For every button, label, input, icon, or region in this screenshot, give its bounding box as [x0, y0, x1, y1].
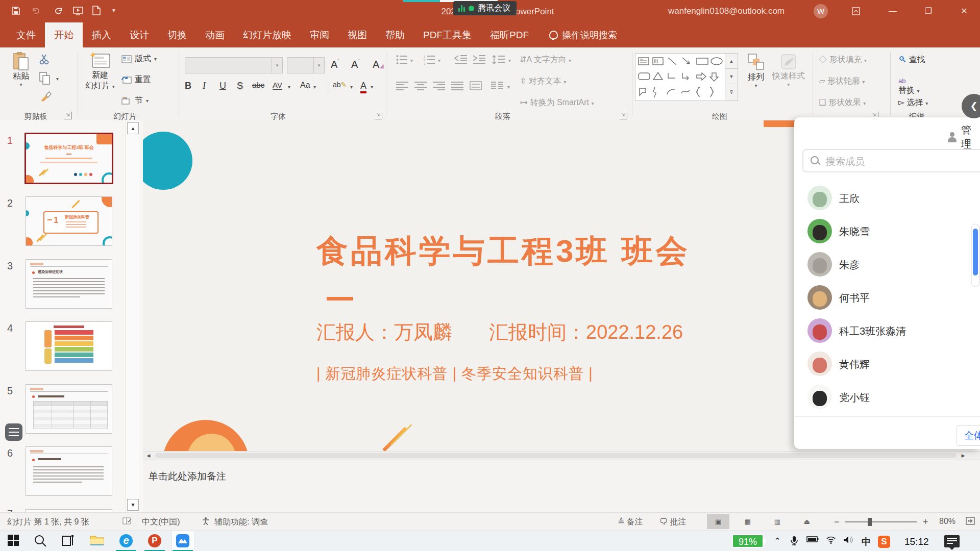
- meeting-float-handle[interactable]: [5, 423, 22, 441]
- slide-title[interactable]: 食品科学与工程3班 班会: [316, 230, 786, 272]
- line-spacing-icon[interactable]: [492, 55, 504, 66]
- notes-toggle[interactable]: ≜ 备注: [618, 517, 643, 528]
- shape-fill-button[interactable]: ◇ 形状填充 ▾: [819, 55, 867, 65]
- start-button[interactable]: [7, 534, 21, 548]
- thumbnail-scrollbar[interactable]: ▲ ▼: [126, 120, 139, 512]
- shape-effects-button[interactable]: ❑ 形状效果 ▾: [819, 97, 866, 108]
- align-text-button[interactable]: ⇳ 对齐文本 ▾: [520, 76, 566, 87]
- slide-topics[interactable]: | 新冠肺炎症状科普 | 冬季安全知识科普 |: [316, 364, 593, 384]
- layout-button[interactable]: 版式▾: [121, 54, 157, 64]
- copy-dropdown[interactable]: ▾: [56, 76, 59, 82]
- taskbar-clock[interactable]: 15:12: [904, 536, 929, 547]
- scroll-right-icon[interactable]: ▶: [960, 453, 967, 459]
- sogou-input-icon[interactable]: S: [878, 536, 890, 548]
- replace-button[interactable]: ab替换 ▾: [898, 76, 919, 96]
- slide-thumbnail-3[interactable]: 感染后特征症状: [26, 259, 112, 309]
- redo-icon[interactable]: [52, 4, 65, 17]
- member-list-scrollbar[interactable]: [971, 223, 980, 287]
- zoom-level[interactable]: 80%: [939, 517, 955, 526]
- clear-formatting-button[interactable]: A◢: [373, 59, 384, 70]
- tray-expand-icon[interactable]: ⌃: [774, 536, 781, 546]
- shapes-gallery[interactable]: [635, 53, 726, 101]
- bold-button[interactable]: B: [185, 81, 191, 91]
- text-direction-button[interactable]: ⇵A 文字方向 ▾: [520, 55, 571, 65]
- strikethrough-button[interactable]: abc: [252, 81, 264, 89]
- justify-icon[interactable]: [451, 81, 463, 92]
- account-email[interactable]: wanfenglin0108@outlook.com: [668, 6, 785, 16]
- clipboard-dialog-launcher[interactable]: ⇲: [64, 112, 72, 119]
- zoom-in-button[interactable]: +: [923, 517, 928, 528]
- underline-button[interactable]: U: [219, 81, 226, 91]
- align-right-icon[interactable]: [433, 81, 445, 92]
- shapes-scroll-down[interactable]: ▼: [725, 68, 738, 85]
- member-row[interactable]: 王欣: [794, 182, 980, 215]
- qat-customize-icon[interactable]: ▼: [107, 4, 120, 17]
- font-name-combo[interactable]: ▾: [185, 57, 283, 73]
- shape-outline-button[interactable]: ▱ 形状轮廓 ▾: [819, 76, 865, 87]
- minimize-button[interactable]: —: [885, 5, 900, 17]
- tab-home[interactable]: 开始: [45, 22, 83, 47]
- tab-design[interactable]: 设计: [120, 22, 158, 47]
- highlight-color-button[interactable]: ab✎: [333, 81, 347, 89]
- tab-help[interactable]: 帮助: [376, 22, 414, 47]
- zoom-out-button[interactable]: −: [834, 517, 840, 528]
- mute-all-button[interactable]: 全体: [957, 425, 980, 446]
- slide-thumbnail-6[interactable]: [26, 446, 112, 496]
- account-avatar[interactable]: W: [814, 4, 828, 18]
- scroll-up-icon[interactable]: ▲: [127, 122, 139, 134]
- tab-foxit-pdf[interactable]: 福昕PDF: [481, 22, 538, 47]
- member-row[interactable]: 朱彦: [794, 248, 980, 281]
- battery-icon[interactable]: [806, 536, 819, 543]
- start-slideshow-icon[interactable]: [71, 4, 85, 17]
- italic-button[interactable]: I: [203, 81, 206, 91]
- edge-browser-icon[interactable]: e: [119, 534, 134, 548]
- change-case-button[interactable]: Aa: [300, 81, 310, 90]
- slideshow-view-button[interactable]: ⏏: [796, 514, 818, 529]
- font-dialog-launcher[interactable]: ⇲: [375, 112, 382, 119]
- spellcheck-icon[interactable]: [122, 517, 132, 525]
- tab-animations[interactable]: 动画: [196, 22, 234, 47]
- align-center-icon[interactable]: [414, 81, 427, 92]
- zoom-slider-thumb[interactable]: [868, 518, 872, 526]
- character-spacing-button[interactable]: AV: [273, 81, 282, 90]
- paragraph-dialog-launcher[interactable]: ⇲: [620, 112, 627, 119]
- ime-indicator[interactable]: 中: [862, 536, 871, 548]
- volume-icon[interactable]: [843, 536, 853, 544]
- shapes-scroll-up[interactable]: ▲: [725, 53, 738, 69]
- comments-toggle[interactable]: 🗨︎ 批注: [659, 517, 686, 528]
- maximize-button[interactable]: ❐: [921, 5, 936, 17]
- reset-button[interactable]: 重置: [121, 74, 151, 85]
- notes-pane[interactable]: 单击此处添加备注: [143, 460, 980, 513]
- member-row[interactable]: 何书平: [794, 281, 980, 314]
- shapes-more[interactable]: ⊽: [725, 84, 738, 101]
- find-button[interactable]: 🔍︎ 查找: [898, 55, 925, 65]
- tab-slideshow[interactable]: 幻灯片放映: [234, 22, 301, 47]
- distribute-icon[interactable]: [470, 81, 482, 92]
- close-button[interactable]: ✕: [957, 5, 972, 17]
- tab-review[interactable]: 审阅: [301, 22, 338, 47]
- save-icon[interactable]: [9, 4, 22, 17]
- decrease-indent-icon[interactable]: [454, 55, 467, 66]
- wifi-icon[interactable]: [826, 536, 836, 544]
- hscroll-thumb[interactable]: [155, 453, 957, 458]
- powerpoint-taskbar-icon[interactable]: P: [148, 534, 162, 548]
- font-size-combo[interactable]: ▾: [287, 57, 325, 73]
- member-search-input[interactable]: 搜索成员: [802, 149, 980, 172]
- copy-icon[interactable]: [39, 72, 51, 85]
- tell-me-search[interactable]: 操作说明搜索: [549, 22, 617, 47]
- member-row[interactable]: 黄伟辉: [794, 347, 980, 381]
- format-painter-icon[interactable]: [39, 90, 53, 103]
- notes-placeholder[interactable]: 单击此处添加备注: [149, 470, 226, 483]
- accessibility-status[interactable]: 辅助功能: 调查: [214, 517, 268, 528]
- member-row[interactable]: 科工3班张淼清: [794, 314, 980, 347]
- tab-insert[interactable]: 插入: [83, 22, 120, 47]
- quick-styles-button[interactable]: 快速样式 ▾: [772, 53, 805, 87]
- fit-to-window-icon[interactable]: [966, 517, 975, 525]
- file-explorer-icon[interactable]: [90, 534, 104, 548]
- task-view-icon[interactable]: [61, 534, 76, 548]
- tab-view[interactable]: 视图: [338, 22, 376, 47]
- select-button[interactable]: ▻ 选择 ▾: [898, 97, 928, 108]
- scroll-down-icon[interactable]: ▼: [127, 499, 139, 511]
- section-button[interactable]: 节▾: [121, 95, 149, 106]
- numbering-icon[interactable]: 123: [424, 55, 436, 66]
